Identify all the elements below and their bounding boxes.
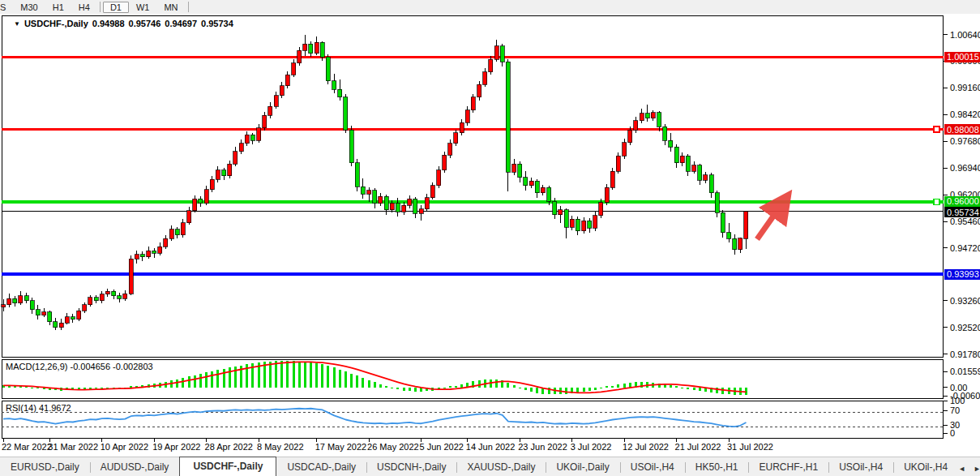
candles-layer bbox=[2, 35, 748, 330]
svg-text:26 May 2022: 26 May 2022 bbox=[367, 442, 419, 452]
timeframe-button-mn[interactable]: MN bbox=[156, 2, 185, 13]
svg-text:70: 70 bbox=[950, 405, 960, 415]
timeframe-button-h1[interactable]: H1 bbox=[45, 2, 71, 13]
rsi-indicator-label: RSI(14) 41.9672 bbox=[6, 403, 71, 413]
timeframe-button-d1[interactable]: D1 bbox=[103, 2, 129, 13]
chart-window[interactable]: 1.006400.999000.991600.984200.976800.969… bbox=[0, 14, 980, 457]
tab-scroll-arrows: ◄ ► bbox=[958, 465, 980, 476]
tab-eurchf-h1[interactable]: EURCHF-,H1 bbox=[748, 458, 828, 476]
svg-text:0.92520: 0.92520 bbox=[950, 323, 980, 332]
svg-text:17 May 2022: 17 May 2022 bbox=[315, 442, 367, 452]
ohlc-open: 0.94988 bbox=[92, 19, 125, 28]
ohlc-close: 0.95734 bbox=[201, 19, 233, 28]
svg-text:28 Apr 2022: 28 Apr 2022 bbox=[205, 442, 253, 452]
svg-text:8 May 2022: 8 May 2022 bbox=[257, 442, 303, 452]
svg-text:0.015596: 0.015596 bbox=[950, 367, 980, 376]
svg-text:0.96940: 0.96940 bbox=[950, 163, 980, 173]
tab-xauusd-daily[interactable]: XAUUSD-,Daily bbox=[456, 458, 546, 476]
timeframe-button-w1[interactable]: W1 bbox=[129, 2, 157, 13]
svg-text:0: 0 bbox=[950, 428, 955, 438]
svg-text:31 Mar 2022: 31 Mar 2022 bbox=[48, 442, 98, 452]
svg-text:0.97680: 0.97680 bbox=[950, 136, 980, 146]
tab-usdcad-daily[interactable]: USDCAD-,Daily bbox=[276, 458, 366, 476]
svg-text:0.96000: 0.96000 bbox=[947, 196, 979, 206]
date-axis: 22 Mar 202231 Mar 202210 Apr 202219 Apr … bbox=[2, 439, 773, 452]
timeframe-button-m30[interactable]: M30 bbox=[13, 2, 45, 13]
chart-symbol-label: USDCHF-,Daily bbox=[24, 19, 88, 28]
hline-0.96000[interactable] bbox=[2, 199, 944, 205]
price-badge-0.93993: 0.93993 bbox=[944, 269, 980, 280]
svg-text:0.94720: 0.94720 bbox=[950, 243, 980, 253]
svg-text:0.98420: 0.98420 bbox=[950, 109, 980, 119]
macd-indicator-label: MACD(12,26,9) -0.004656 -0.002803 bbox=[6, 362, 153, 371]
svg-text:12 Jul 2022: 12 Jul 2022 bbox=[623, 442, 669, 452]
price-chart[interactable]: 1.006400.999000.991600.984200.976800.969… bbox=[0, 14, 980, 457]
tab-ukoil-h4[interactable]: UKOil-,H4 bbox=[893, 458, 958, 476]
svg-text:0.91780: 0.91780 bbox=[950, 349, 980, 359]
svg-text:0.95460: 0.95460 bbox=[950, 217, 980, 226]
ohlc-high: 0.95746 bbox=[129, 19, 161, 28]
tab-ukoil-daily[interactable]: UKOil-,Daily bbox=[546, 458, 619, 476]
svg-text:22 Mar 2022: 22 Mar 2022 bbox=[2, 442, 52, 452]
price-badge-0.96000: 0.96000 bbox=[944, 196, 980, 207]
trend-arrow-annotation[interactable] bbox=[757, 198, 786, 239]
svg-text:3 Jul 2022: 3 Jul 2022 bbox=[571, 442, 612, 452]
timeframe-button-s[interactable]: S bbox=[0, 2, 13, 13]
rsi-line bbox=[3, 409, 746, 427]
svg-text:0.95734: 0.95734 bbox=[947, 208, 979, 217]
ohlc-low: 0.94697 bbox=[165, 19, 197, 28]
svg-text:0.93993: 0.93993 bbox=[947, 269, 979, 279]
svg-text:31 Jul 2022: 31 Jul 2022 bbox=[727, 442, 773, 452]
timeframe-toolbar: S M30 H1 H4 D1 W1 MN bbox=[0, 0, 980, 15]
svg-text:0.93260: 0.93260 bbox=[950, 296, 980, 306]
svg-text:5 Jun 2022: 5 Jun 2022 bbox=[420, 442, 464, 452]
svg-text:10 Apr 2022: 10 Apr 2022 bbox=[101, 442, 148, 452]
svg-text:23 Jun 2022: 23 Jun 2022 bbox=[518, 442, 567, 452]
tab-usoil-h4[interactable]: USOil-,H4 bbox=[620, 458, 685, 476]
tab-usoil-h4-2[interactable]: USOil-,H4 bbox=[828, 458, 893, 476]
svg-text:21 Jul 2022: 21 Jul 2022 bbox=[675, 442, 721, 452]
rsi-panel: 10070300 bbox=[2, 396, 965, 438]
panel-frames bbox=[2, 16, 944, 439]
svg-text:19 Apr 2022: 19 Apr 2022 bbox=[152, 442, 200, 452]
tab-scroll-left-icon[interactable]: ◄ bbox=[958, 465, 965, 473]
tab-audusd-daily[interactable]: AUDUSD-,Daily bbox=[90, 458, 180, 476]
svg-text:0.98008: 0.98008 bbox=[947, 125, 979, 135]
chart-dropdown-icon[interactable]: ▼ bbox=[14, 20, 20, 28]
hline-0.98008[interactable] bbox=[2, 127, 944, 132]
tab-usdchf-daily[interactable]: USDCHF-,Daily bbox=[179, 457, 276, 476]
tab-hk50-h1[interactable]: HK50-,H1 bbox=[685, 458, 749, 476]
tab-eurusd-daily[interactable]: EURUSD-,Daily bbox=[0, 458, 90, 476]
svg-text:1.00640: 1.00640 bbox=[950, 30, 980, 40]
tab-usdcnh-daily[interactable]: USDCNH-,Daily bbox=[366, 458, 456, 476]
price-axis: 1.006400.999000.991600.984200.976800.969… bbox=[944, 30, 980, 359]
price-badge-0.95734: 0.95734 bbox=[944, 207, 980, 217]
timeframe-button-h4[interactable]: H4 bbox=[71, 2, 97, 13]
toolbar-separator bbox=[100, 2, 101, 12]
toolbar-separator bbox=[188, 2, 189, 12]
svg-text:14 Jun 2022: 14 Jun 2022 bbox=[466, 442, 516, 452]
price-badge-1.00015: 1.00015 bbox=[944, 52, 980, 62]
svg-text:100: 100 bbox=[950, 396, 965, 405]
price-badge-0.98008: 0.98008 bbox=[944, 124, 980, 135]
svg-text:1.00015: 1.00015 bbox=[947, 52, 979, 62]
chart-title: ▼ USDCHF-,Daily 0.94988 0.95746 0.94697 … bbox=[14, 19, 233, 28]
svg-text:0.99160: 0.99160 bbox=[950, 83, 980, 92]
symbol-tab-bar: EURUSD-,Daily AUDUSD-,Daily USDCHF-,Dail… bbox=[0, 457, 980, 476]
tab-scroll-right-icon[interactable]: ► bbox=[974, 465, 980, 473]
